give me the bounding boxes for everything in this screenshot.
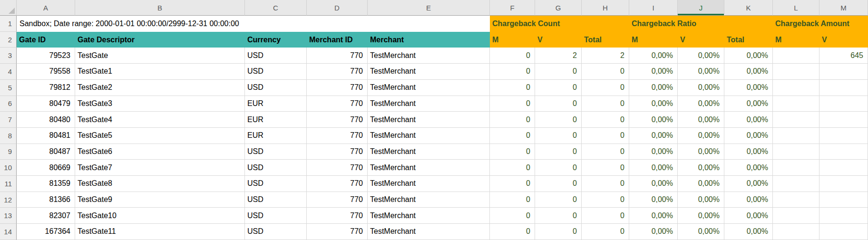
cell-H11[interactable]: 0 (582, 176, 629, 192)
cell-H4[interactable]: 0 (582, 64, 629, 80)
cell-K9[interactable]: 0,00% (724, 144, 773, 160)
header-gate-descriptor[interactable]: Gate Descriptor (75, 32, 245, 48)
group-header-chargeback-count[interactable]: Chargeback Count (490, 16, 629, 32)
column-header-h[interactable]: H (582, 0, 629, 16)
cell-I12[interactable]: 0,00% (629, 192, 678, 208)
cell-G3[interactable]: 2 (535, 48, 582, 64)
cell-F9[interactable]: 0 (490, 144, 535, 160)
cell-L12[interactable] (773, 192, 819, 208)
cell-A12[interactable]: 81366 (17, 192, 75, 208)
cell-M5[interactable] (819, 80, 868, 96)
cell-C5[interactable]: USD (245, 80, 307, 96)
cell-E5[interactable]: TestMerchant (368, 80, 490, 96)
header-gate-id[interactable]: Gate ID (17, 32, 75, 48)
column-header-a[interactable]: A (17, 0, 75, 16)
column-header-f[interactable]: F (490, 0, 535, 16)
cell-F4[interactable]: 0 (490, 64, 535, 80)
cell-M4[interactable] (819, 64, 868, 80)
cell-A9[interactable]: 80487 (17, 144, 75, 160)
cell-G10[interactable]: 0 (535, 160, 582, 176)
cell-H8[interactable]: 0 (582, 128, 629, 144)
cell-K3[interactable]: 0,00% (724, 48, 773, 64)
cell-A8[interactable]: 80481 (17, 128, 75, 144)
cell-E7[interactable]: TestMerchant (368, 112, 490, 128)
cell-E3[interactable]: TestMerchant (368, 48, 490, 64)
cell-J6[interactable]: 0,00% (678, 96, 724, 112)
column-header-c[interactable]: C (245, 0, 307, 16)
cell-D4[interactable]: 770 (307, 64, 368, 80)
cell-C12[interactable]: USD (245, 192, 307, 208)
column-header-m[interactable]: M (819, 0, 868, 16)
cell-E10[interactable]: TestMerchant (368, 160, 490, 176)
cell-H13[interactable]: 0 (582, 208, 629, 224)
cell-G8[interactable]: 0 (535, 128, 582, 144)
row-header-12[interactable]: 12 (0, 192, 17, 208)
cell-K7[interactable]: 0,00% (724, 112, 773, 128)
row-header-6[interactable]: 6 (0, 96, 17, 112)
cell-E6[interactable]: TestMerchant (368, 96, 490, 112)
cell-J7[interactable]: 0,00% (678, 112, 724, 128)
header-k-total[interactable]: Total (724, 32, 773, 48)
row-header-4[interactable]: 4 (0, 64, 17, 80)
cell-J4[interactable]: 0,00% (678, 64, 724, 80)
cell-G14[interactable]: 0 (535, 224, 582, 240)
cell-K6[interactable]: 0,00% (724, 96, 773, 112)
cell-H3[interactable]: 2 (582, 48, 629, 64)
cell-L3[interactable] (773, 48, 819, 64)
cell-D11[interactable]: 770 (307, 176, 368, 192)
cell-B14[interactable]: TestGate11 (75, 224, 245, 240)
header-m-v[interactable]: V (819, 32, 868, 48)
cell-F5[interactable]: 0 (490, 80, 535, 96)
cell-A6[interactable]: 80479 (17, 96, 75, 112)
cell-B10[interactable]: TestGate7 (75, 160, 245, 176)
cell-I5[interactable]: 0,00% (629, 80, 678, 96)
row-header-7[interactable]: 7 (0, 112, 17, 128)
cell-K5[interactable]: 0,00% (724, 80, 773, 96)
cell-M3[interactable]: 645 (819, 48, 868, 64)
cell-L14[interactable] (773, 224, 819, 240)
cell-F6[interactable]: 0 (490, 96, 535, 112)
row-header-5[interactable]: 5 (0, 80, 17, 96)
cell-F12[interactable]: 0 (490, 192, 535, 208)
cell-E13[interactable]: TestMerchant (368, 208, 490, 224)
report-title-cell[interactable]: Sandbox; Date range: 2000-01-01 00:00:00… (17, 16, 490, 32)
cell-C6[interactable]: EUR (245, 96, 307, 112)
cell-H9[interactable]: 0 (582, 144, 629, 160)
cell-J12[interactable]: 0,00% (678, 192, 724, 208)
cell-G13[interactable]: 0 (535, 208, 582, 224)
cell-F3[interactable]: 0 (490, 48, 535, 64)
cell-A3[interactable]: 79523 (17, 48, 75, 64)
cell-C4[interactable]: USD (245, 64, 307, 80)
header-j-v[interactable]: V (678, 32, 724, 48)
cell-M11[interactable] (819, 176, 868, 192)
cell-F8[interactable]: 0 (490, 128, 535, 144)
cell-D13[interactable]: 770 (307, 208, 368, 224)
row-header-8[interactable]: 8 (0, 128, 17, 144)
cell-D7[interactable]: 770 (307, 112, 368, 128)
cell-B12[interactable]: TestGate9 (75, 192, 245, 208)
cell-I3[interactable]: 0,00% (629, 48, 678, 64)
cell-K12[interactable]: 0,00% (724, 192, 773, 208)
column-header-e[interactable]: E (368, 0, 490, 16)
cell-M8[interactable] (819, 128, 868, 144)
select-all-corner[interactable] (0, 0, 17, 16)
header-merchant-id[interactable]: Merchant ID (307, 32, 368, 48)
cell-G7[interactable]: 0 (535, 112, 582, 128)
cell-E14[interactable]: TestMerchant (368, 224, 490, 240)
cell-L8[interactable] (773, 128, 819, 144)
row-header-13[interactable]: 13 (0, 208, 17, 224)
cell-J9[interactable]: 0,00% (678, 144, 724, 160)
cell-G6[interactable]: 0 (535, 96, 582, 112)
cell-B8[interactable]: TestGate5 (75, 128, 245, 144)
cell-J11[interactable]: 0,00% (678, 176, 724, 192)
cell-I14[interactable]: 0,00% (629, 224, 678, 240)
cell-I4[interactable]: 0,00% (629, 64, 678, 80)
header-g-v[interactable]: V (535, 32, 582, 48)
cell-B11[interactable]: TestGate8 (75, 176, 245, 192)
cell-D14[interactable]: 770 (307, 224, 368, 240)
header-i-m[interactable]: M (629, 32, 678, 48)
cell-F14[interactable]: 0 (490, 224, 535, 240)
cell-B3[interactable]: TestGate (75, 48, 245, 64)
cell-L13[interactable] (773, 208, 819, 224)
cell-B9[interactable]: TestGate6 (75, 144, 245, 160)
